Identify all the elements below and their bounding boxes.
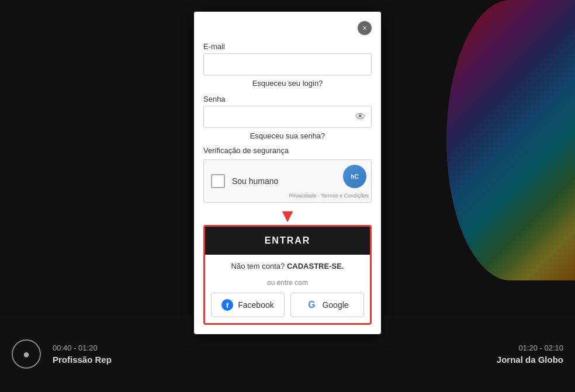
email-label: E-mail xyxy=(203,42,372,51)
highlight-section: ENTRAR Não tem conta? CADASTRE-SE. ou en… xyxy=(203,225,372,325)
or-divider: ou entre com xyxy=(205,276,370,293)
password-input[interactable] xyxy=(203,106,372,128)
social-buttons: f Facebook G Google xyxy=(205,293,370,323)
program-right: 01:20 - 02:10 Jornal da Globo xyxy=(497,344,563,365)
toggle-password-icon[interactable]: 👁 xyxy=(355,111,366,123)
program-name-left: Profissão Rep xyxy=(53,355,263,365)
password-wrapper: 👁 xyxy=(203,106,372,128)
program-name-right: Jornal da Globo xyxy=(497,355,563,365)
captcha-text: Sou humano xyxy=(232,176,278,186)
security-label: Verificação de segurança xyxy=(203,146,372,155)
hcaptcha-logo: hC xyxy=(343,165,366,188)
register-text: Não tem conta? xyxy=(231,262,285,270)
close-button[interactable]: × xyxy=(358,21,372,35)
login-modal: × E-mail Esqueceu seu login? Senha 👁 Esq… xyxy=(194,12,381,334)
program-time-left: 00:40 - 01:20 xyxy=(53,344,263,352)
program-left: 00:40 - 01:20 Profissão Rep xyxy=(53,344,263,365)
captcha-checkbox[interactable] xyxy=(211,174,225,188)
enter-button[interactable]: ENTRAR xyxy=(205,227,370,255)
modal-body: E-mail Esqueceu seu login? Senha 👁 Esque… xyxy=(194,42,381,334)
facebook-label: Facebook xyxy=(238,300,273,310)
facebook-button[interactable]: f Facebook xyxy=(211,293,285,317)
facebook-icon: f xyxy=(221,299,233,311)
captcha-small-text: Privacidade · Termos e Condições xyxy=(289,193,369,199)
password-label: Senha xyxy=(203,95,372,103)
register-row: Não tem conta? CADASTRE-SE. xyxy=(205,255,370,276)
program-time-right: 01:20 - 02:10 xyxy=(497,344,563,352)
google-label: Google xyxy=(322,300,348,310)
arrow-container: ▼ xyxy=(203,206,372,225)
forgot-login-link[interactable]: Esqueceu seu login? xyxy=(203,79,372,88)
register-cta[interactable]: CADASTRE-SE. xyxy=(287,262,344,270)
arrow-down-icon: ▼ xyxy=(278,206,297,225)
google-button[interactable]: G Google xyxy=(290,293,364,317)
modal-header: × xyxy=(194,12,381,35)
captcha-box[interactable]: Sou humano hC Privacidade · Termos e Con… xyxy=(203,159,372,203)
google-icon: G xyxy=(306,299,317,311)
forgot-password-link[interactable]: Esqueceu sua senha? xyxy=(203,131,372,140)
email-input[interactable] xyxy=(203,53,372,75)
channel-logo: ● xyxy=(12,339,41,369)
